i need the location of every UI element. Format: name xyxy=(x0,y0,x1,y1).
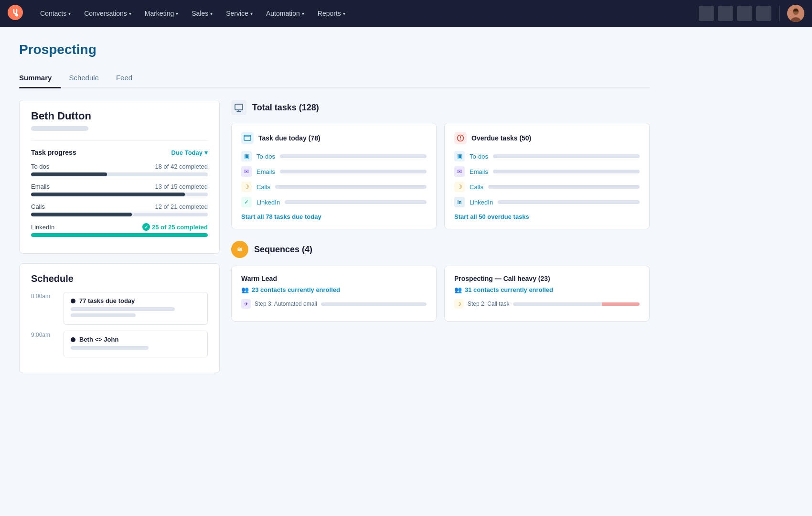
nav-item-automation[interactable]: Automation▾ xyxy=(260,6,310,21)
progress-item-calls: Calls 12 of 21 completed xyxy=(31,203,208,216)
sequences-grid: Warm Lead 👥 23 contacts currently enroll… xyxy=(231,266,650,322)
progress-count-emails: 13 of 15 completed xyxy=(155,183,208,190)
progress-bar-bg-emails xyxy=(31,193,208,196)
task-card-overdue: Overdue tasks (50) ▣ To-dos ✉ Emails ☽ xyxy=(444,123,650,229)
tab-summary[interactable]: Summary xyxy=(19,69,61,87)
task-type-row-overdue-linkedin: in LinkedIn xyxy=(454,197,640,207)
schedule-sub-3 xyxy=(71,346,149,350)
progress-bar-bg-todos xyxy=(31,172,208,176)
schedule-sub-2 xyxy=(71,313,136,317)
progress-count-calls: 12 of 21 completed xyxy=(155,203,208,210)
nav-item-service[interactable]: Service▾ xyxy=(220,6,258,21)
nav-icon-btn-2[interactable] xyxy=(718,6,733,21)
task-type-link-linkedin[interactable]: LinkedIn xyxy=(256,199,280,206)
progress-label-calls: Calls xyxy=(31,203,45,210)
nav-icon-btn-1[interactable] xyxy=(699,6,714,21)
task-progress-header: Task progress Due Today ▾ xyxy=(31,149,208,156)
task-type-icon-overdue-emails: ✉ xyxy=(454,166,465,177)
progress-label-row-emails: Emails 13 of 15 completed xyxy=(31,183,208,190)
task-type-row-emails: ✉ Emails xyxy=(241,166,427,177)
task-type-row-overdue-calls: ☽ Calls xyxy=(454,182,640,192)
schedule-time-8am: 8:00am xyxy=(31,292,56,300)
total-tasks-header: Total tasks (128) xyxy=(231,100,650,115)
tab-feed[interactable]: Feed xyxy=(116,69,142,87)
task-type-bar-linkedin xyxy=(285,200,427,204)
progress-label-row-todos: To dos 18 of 42 completed xyxy=(31,163,208,170)
hubspot-logo[interactable] xyxy=(8,5,23,22)
progress-item-todos: To dos 18 of 42 completed xyxy=(31,163,208,176)
sequences-title: Sequences (4) xyxy=(254,245,312,255)
seq-people-icon: 👥 xyxy=(241,286,249,293)
progress-bar-fill-calls xyxy=(31,213,132,216)
nav-item-marketing[interactable]: Marketing▾ xyxy=(139,6,184,21)
task-type-icon-calls: ☽ xyxy=(241,182,252,192)
seq-card-title-prospecting: Prospecting — Call heavy (23) xyxy=(454,275,640,282)
navbar: Contacts▾ Conversations▾ Marketing▾ Sale… xyxy=(0,0,812,27)
task-type-icon-overdue-linkedin: in xyxy=(454,197,465,207)
progress-bar-bg-calls xyxy=(31,213,208,216)
tab-schedule[interactable]: Schedule xyxy=(69,69,108,87)
dot-9am xyxy=(71,337,75,342)
task-type-bar-overdue-emails xyxy=(493,170,640,173)
task-type-link-overdue-todos[interactable]: To-dos xyxy=(470,153,488,160)
tasks-grid: Task due today (78) ▣ To-dos ✉ Emails ☽ xyxy=(231,123,650,229)
user-avatar[interactable] xyxy=(787,5,804,22)
progress-count-todos: 18 of 42 completed xyxy=(155,163,208,170)
nav-item-reports[interactable]: Reports▾ xyxy=(312,6,351,21)
progress-label-linkedin: LinkedIn xyxy=(31,224,54,231)
task-type-link-todos[interactable]: To-dos xyxy=(256,153,275,160)
task-type-row-todos: ▣ To-dos xyxy=(241,151,427,161)
schedule-event-8am[interactable]: 77 tasks due today xyxy=(64,292,208,325)
svg-point-1 xyxy=(15,14,18,17)
task-type-icon-linkedin: ✓ xyxy=(241,197,252,207)
seq-bar-gray xyxy=(513,302,601,306)
right-column: Total tasks (128) Task due today (78) xyxy=(231,100,650,322)
task-type-row-calls: ☽ Calls xyxy=(241,182,427,192)
task-type-row-overdue-emails: ✉ Emails xyxy=(454,166,640,177)
seq-people-icon-2: 👥 xyxy=(454,286,462,293)
profile-subtitle-bar xyxy=(31,126,88,131)
schedule-event-title-9am: Beth <> John xyxy=(71,336,201,343)
total-tasks-title: Total tasks (128) xyxy=(252,103,319,113)
nav-icon-btn-3[interactable] xyxy=(737,6,752,21)
svg-rect-5 xyxy=(235,104,243,110)
task-type-link-overdue-linkedin[interactable]: LinkedIn xyxy=(470,199,493,206)
schedule-event-9am[interactable]: Beth <> John xyxy=(64,331,208,357)
task-type-row-linkedin: ✓ LinkedIn xyxy=(241,197,427,207)
task-type-bar-todos xyxy=(280,154,427,158)
seq-step-icon-warm-lead: ✈ xyxy=(241,299,251,309)
seq-step-row-warm-lead: ✈ Step 3: Automated email xyxy=(241,299,427,309)
seq-card-warm-lead: Warm Lead 👥 23 contacts currently enroll… xyxy=(231,266,437,322)
start-tasks-link-due-today[interactable]: Start all 78 tasks due today xyxy=(241,213,427,220)
task-type-link-overdue-calls[interactable]: Calls xyxy=(470,183,483,191)
tabs: Summary Schedule Feed xyxy=(19,69,650,88)
schedule-item-8am: 8:00am 77 tasks due today xyxy=(31,292,208,325)
main-layout: Beth Dutton Task progress Due Today ▾ To… xyxy=(19,100,650,383)
nav-item-sales[interactable]: Sales▾ xyxy=(186,6,218,21)
due-today-button[interactable]: Due Today ▾ xyxy=(171,149,208,156)
total-tasks-icon xyxy=(231,100,246,115)
seq-step-row-prospecting: ☽ Step 2: Call task xyxy=(454,299,640,309)
sequences-header: ≋ Sequences (4) xyxy=(231,241,650,258)
nav-item-contacts[interactable]: Contacts▾ xyxy=(34,6,76,21)
dot-8am xyxy=(71,299,75,303)
page-title: Prospecting xyxy=(19,42,650,57)
progress-label-emails: Emails xyxy=(31,183,50,190)
task-type-link-calls[interactable]: Calls xyxy=(256,183,270,191)
progress-bar-bg-linkedin xyxy=(31,233,208,237)
progress-label-todos: To dos xyxy=(31,163,49,170)
seq-step-label-warm-lead: Step 3: Automated email xyxy=(255,301,317,307)
nav-divider xyxy=(779,6,780,21)
task-type-link-overdue-emails[interactable]: Emails xyxy=(470,168,488,175)
nav-icon-btn-4[interactable] xyxy=(756,6,771,21)
nav-item-conversations[interactable]: Conversations▾ xyxy=(78,6,137,21)
task-type-link-emails[interactable]: Emails xyxy=(256,168,275,175)
profile-divider xyxy=(31,140,208,141)
task-type-bar-calls xyxy=(275,185,427,189)
progress-label-row-calls: Calls 12 of 21 completed xyxy=(31,203,208,210)
start-tasks-link-overdue[interactable]: Start all 50 overdue tasks xyxy=(454,213,640,220)
svg-point-12 xyxy=(460,139,461,140)
nav-right-actions xyxy=(699,5,804,22)
task-type-bar-overdue-calls xyxy=(488,185,640,189)
page-content: Prospecting Summary Schedule Feed Beth D… xyxy=(0,27,669,398)
